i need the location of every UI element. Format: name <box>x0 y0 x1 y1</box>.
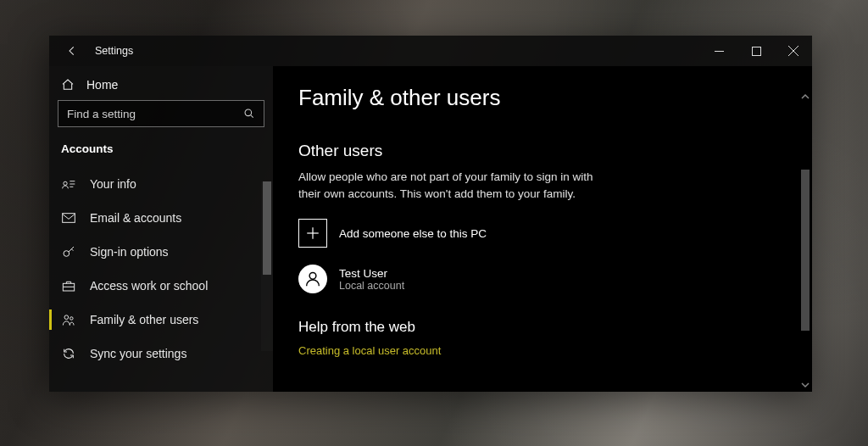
user-name: Test User <box>339 267 404 280</box>
svg-point-4 <box>245 109 252 116</box>
sidebar-item-label: Email & accounts <box>90 211 181 225</box>
sidebar: Home Accounts Your info <box>49 66 273 392</box>
content-scrollbar[interactable] <box>798 90 812 392</box>
content-area: Family & other users Other users Allow p… <box>273 66 812 392</box>
other-users-heading: Other users <box>298 142 787 160</box>
sidebar-item-email-accounts[interactable]: Email & accounts <box>49 201 273 235</box>
page-title: Family & other users <box>298 85 787 111</box>
maximize-icon <box>752 47 761 56</box>
maximize-button[interactable] <box>737 36 775 66</box>
person-icon <box>303 270 322 288</box>
add-someone-button[interactable]: Add someone else to this PC <box>298 219 787 248</box>
help-link-create-local-user[interactable]: Creating a local user account <box>298 344 787 357</box>
svg-point-6 <box>64 181 67 185</box>
window-title: Settings <box>95 45 133 57</box>
sidebar-section-label: Accounts <box>49 137 273 167</box>
home-icon <box>61 78 75 92</box>
avatar <box>298 265 327 293</box>
other-users-description: Allow people who are not part of your fa… <box>298 169 612 202</box>
sidebar-item-label: Your info <box>90 177 136 191</box>
sidebar-scrollbar-thumb[interactable] <box>263 181 271 275</box>
plus-icon <box>305 226 320 241</box>
sidebar-item-label: Access work or school <box>90 279 208 293</box>
desktop-background: Settings Home <box>0 0 868 446</box>
svg-point-14 <box>70 316 73 319</box>
settings-window: Settings Home <box>49 36 812 392</box>
minimize-button[interactable] <box>700 36 737 66</box>
svg-rect-1 <box>752 47 760 55</box>
chevron-up-icon <box>801 93 810 100</box>
key-icon <box>62 245 75 259</box>
user-text: Test User Local account <box>339 267 404 292</box>
arrow-left-icon <box>66 45 78 57</box>
search-input[interactable] <box>67 108 243 120</box>
sidebar-item-label: Family & other users <box>90 313 198 326</box>
title-bar: Settings <box>49 36 812 66</box>
search-icon <box>243 108 255 120</box>
sidebar-item-sync-settings[interactable]: Sync your settings <box>49 337 273 371</box>
svg-rect-10 <box>63 214 75 223</box>
plus-box <box>298 219 327 248</box>
add-someone-label: Add someone else to this PC <box>339 227 487 240</box>
your-info-icon <box>62 178 75 190</box>
scrollbar-thumb[interactable] <box>801 170 810 331</box>
svg-point-13 <box>64 315 69 319</box>
sidebar-nav: Your info Email & accounts Sign-in optio… <box>49 167 273 371</box>
close-button[interactable] <box>775 36 812 66</box>
scroll-up-button[interactable] <box>798 90 812 103</box>
sidebar-item-access-work-school[interactable]: Access work or school <box>49 269 273 303</box>
chevron-down-icon <box>801 382 810 388</box>
sidebar-item-label: Sync your settings <box>90 347 186 360</box>
other-user-entry[interactable]: Test User Local account <box>298 265 787 293</box>
svg-line-5 <box>251 115 253 118</box>
user-account-type: Local account <box>339 280 404 292</box>
sidebar-item-sign-in-options[interactable]: Sign-in options <box>49 235 273 269</box>
sidebar-item-label: Sign-in options <box>90 245 169 259</box>
close-icon <box>788 46 798 56</box>
sync-icon <box>62 347 75 360</box>
svg-point-17 <box>309 273 316 280</box>
email-icon <box>62 213 75 223</box>
sidebar-scrollbar[interactable] <box>261 181 273 351</box>
family-icon <box>62 314 75 326</box>
scrollbar-track[interactable] <box>798 103 812 378</box>
search-box[interactable] <box>58 100 264 127</box>
window-body: Home Accounts Your info <box>49 66 812 392</box>
sidebar-item-your-info[interactable]: Your info <box>49 167 273 201</box>
minimize-icon <box>715 47 724 56</box>
back-button[interactable] <box>63 42 81 60</box>
scroll-down-button[interactable] <box>798 378 812 392</box>
help-heading: Help from the web <box>298 319 787 336</box>
home-nav[interactable]: Home <box>49 75 273 100</box>
briefcase-icon <box>62 280 75 292</box>
home-label: Home <box>86 78 118 92</box>
sidebar-item-family-other-users[interactable]: Family & other users <box>49 303 273 337</box>
